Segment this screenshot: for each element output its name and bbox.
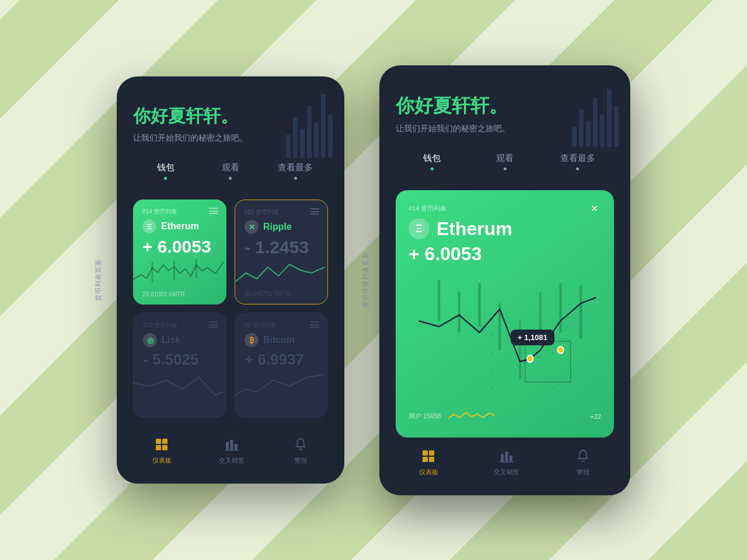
user-count: 用户 15658 bbox=[409, 412, 441, 421]
svg-rect-3 bbox=[156, 439, 161, 444]
left-sidebar-label: 货币列表页面 bbox=[94, 259, 103, 301]
detail-name-row: Ξ Etherum bbox=[409, 218, 601, 240]
etherum-value: + 6.0053 bbox=[142, 238, 217, 256]
ripple-rank: #22 货币列表 bbox=[245, 208, 318, 216]
detail-card-header: #14 货币列表 ✕ bbox=[409, 202, 601, 216]
right-tab-watch[interactable]: 观看 bbox=[469, 153, 542, 176]
svg-rect-7 bbox=[226, 442, 229, 450]
ripple-value: - 1.2453 bbox=[245, 239, 318, 256]
right-sidebar-label: 货币详情列表页面 bbox=[361, 252, 370, 308]
ripple-menu[interactable] bbox=[310, 208, 319, 215]
right-tab-wallet-dot bbox=[431, 167, 434, 170]
tab-watch[interactable]: 观看 bbox=[198, 162, 263, 186]
currency-card-bitcoin[interactable]: #1 货币列表 ₿ Bitcoin + 6.9937 bbox=[235, 313, 328, 418]
left-phone-wrapper: 货币列表页面 你好夏轩轩。 让我们开始我们的秘密之旅吧。 钱包 bbox=[117, 76, 344, 484]
svg-rect-30 bbox=[509, 456, 512, 461]
currency-card-ripple[interactable]: #22 货币列表 ✕ Ripple - 1.2453 34.345731 bbox=[235, 200, 328, 304]
svg-rect-27 bbox=[429, 457, 434, 462]
bitcoin-rank: #1 货币列表 bbox=[245, 321, 318, 330]
right-nav-cross-sell-label: 交叉销售 bbox=[494, 468, 519, 477]
right-bottom-nav: 仪表板 交叉销售 bbox=[379, 438, 630, 495]
ripple-name: Ripple bbox=[263, 222, 292, 232]
bg-bar-1 bbox=[286, 135, 291, 158]
right-phone-wrapper: 货币详情列表页面 你好夏轩轩。 让我们开始我们的秘密之旅吧。 钱包 bbox=[379, 65, 630, 495]
chart-icon bbox=[224, 436, 240, 453]
right-bg-bar-3 bbox=[586, 121, 591, 147]
tab-most-label: 查看最多 bbox=[278, 162, 313, 172]
bitcoin-menu[interactable] bbox=[310, 321, 319, 328]
right-bell-icon bbox=[575, 448, 591, 464]
right-nav-cross-sell[interactable]: 交叉销售 bbox=[494, 448, 519, 477]
bg-bar-5 bbox=[314, 123, 319, 158]
detail-card-etherum[interactable]: #14 货币列表 ✕ Ξ Etherum + 6.0053 bbox=[396, 190, 614, 438]
user-stats: 用户 15658 +22 bbox=[409, 402, 601, 426]
close-button[interactable]: ✕ bbox=[587, 202, 601, 216]
right-tab-most-label: 查看最多 bbox=[560, 153, 595, 163]
right-tab-most[interactable]: 查看最多 bbox=[541, 153, 614, 176]
tab-most[interactable]: 查看最多 bbox=[263, 162, 328, 186]
svg-rect-5 bbox=[156, 445, 161, 450]
right-phone-card: 你好夏轩轩。 让我们开始我们的秘密之旅吧。 钱包 观看 查看最多 bbox=[379, 65, 630, 495]
svg-rect-9 bbox=[235, 444, 238, 450]
etherum-name: Etherum bbox=[161, 221, 199, 232]
bg-bar-4 bbox=[307, 106, 312, 158]
currency-card-lisk[interactable]: #72 货币列表 ◎ Lisk - 5.5025 bbox=[133, 313, 226, 418]
svg-rect-29 bbox=[505, 452, 508, 461]
svg-point-22 bbox=[527, 355, 533, 362]
svg-rect-8 bbox=[231, 440, 233, 450]
detail-coin-value: + 6.0053 bbox=[409, 243, 601, 265]
nav-dashboard[interactable]: 仪表板 bbox=[152, 436, 172, 465]
right-nav-alert[interactable]: 警报 bbox=[575, 448, 591, 477]
right-bg-decorative-bars bbox=[537, 65, 630, 159]
bitcoin-chart bbox=[235, 369, 327, 401]
svg-rect-24 bbox=[423, 450, 428, 456]
bg-decorative-bars bbox=[251, 76, 344, 170]
tab-wallet[interactable]: 钱包 bbox=[133, 162, 198, 186]
right-bg-bar-6 bbox=[607, 89, 612, 147]
page-wrapper: 货币列表页面 你好夏轩轩。 让我们开始我们的秘密之旅吧。 钱包 bbox=[0, 0, 747, 560]
nav-alert[interactable]: 警报 bbox=[292, 436, 309, 465]
right-tab-wallet[interactable]: 钱包 bbox=[396, 153, 469, 176]
right-chart-icon bbox=[498, 448, 515, 464]
bg-bar-3 bbox=[300, 129, 305, 158]
nav-cross-sell-label: 交叉销售 bbox=[219, 456, 245, 465]
left-tabs: 钱包 观看 查看最多 bbox=[133, 162, 328, 186]
lisk-menu[interactable] bbox=[208, 321, 218, 328]
etherum-rank: #14 货币列表 bbox=[142, 208, 217, 216]
grid-icon bbox=[153, 436, 170, 453]
bg-bar-6 bbox=[321, 94, 326, 158]
etherum-chart bbox=[133, 256, 226, 288]
lisk-value: - 5.5025 bbox=[143, 352, 217, 367]
lisk-chart bbox=[134, 369, 226, 401]
bitcoin-value: + 6.9937 bbox=[245, 352, 318, 367]
right-bg-bar-2 bbox=[579, 109, 584, 147]
right-tab-most-dot bbox=[576, 167, 579, 170]
svg-rect-6 bbox=[162, 445, 167, 450]
right-bg-bar-1 bbox=[572, 127, 577, 147]
etherum-icon: Ξ bbox=[142, 219, 156, 233]
lisk-icon: ◎ bbox=[143, 333, 157, 347]
bg-bar-7 bbox=[328, 114, 333, 158]
right-nav-dashboard[interactable]: 仪表板 bbox=[419, 448, 438, 477]
lisk-rank: #72 货币列表 bbox=[143, 321, 217, 330]
bitcoin-name-row: ₿ Bitcoin bbox=[245, 333, 318, 347]
detail-coin-icon: Ξ bbox=[409, 218, 430, 239]
left-bottom-nav: 仪表板 交叉销售 bbox=[117, 426, 344, 484]
svg-rect-28 bbox=[501, 454, 504, 461]
right-tab-wallet-label: 钱包 bbox=[423, 153, 441, 163]
detail-rank: #14 货币列表 bbox=[409, 204, 446, 213]
left-phone-card: 你好夏轩轩。 让我们开始我们的秘密之旅吧。 钱包 观看 查看最多 bbox=[117, 76, 344, 484]
currency-card-etherum[interactable]: #14 货币列表 Ξ Etherum + 6.0053 bbox=[133, 200, 226, 304]
etherum-menu[interactable] bbox=[209, 208, 218, 214]
nav-cross-sell[interactable]: 交叉销售 bbox=[219, 436, 245, 465]
big-chart: + 1,1081 bbox=[409, 274, 601, 402]
right-bg-bar-7 bbox=[614, 106, 619, 147]
nav-dashboard-label: 仪表板 bbox=[152, 456, 172, 465]
bell-icon bbox=[292, 436, 309, 453]
ripple-icon: ✕ bbox=[245, 220, 259, 234]
nav-alert-label: 警报 bbox=[294, 456, 307, 465]
tab-most-dot bbox=[294, 177, 297, 180]
lisk-name-row: ◎ Lisk bbox=[143, 333, 217, 347]
svg-rect-25 bbox=[429, 450, 434, 456]
etherum-xmtr: 29.81003 XMTR bbox=[142, 291, 185, 298]
